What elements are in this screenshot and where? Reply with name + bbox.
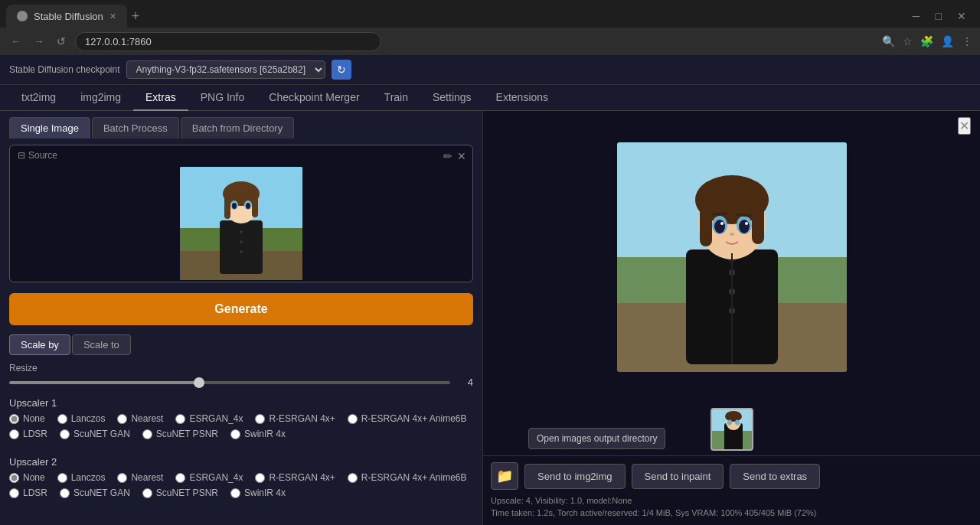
nav-tab-txt2img[interactable]: txt2img	[9, 85, 68, 111]
profile-icon[interactable]: 👤	[941, 35, 954, 47]
right-panel: ✕	[482, 111, 980, 525]
nav-tab-checkpoint-merger[interactable]: Checkpoint Merger	[256, 85, 371, 111]
upscaler1-resrgan4x[interactable]: R-ESRGAN 4x+	[255, 413, 335, 424]
tab-bar: Stable Diffusion ✕ + ─ □ ✕	[0, 0, 980, 28]
svg-rect-3	[220, 220, 263, 274]
thumbnail-1[interactable]	[710, 408, 753, 451]
new-tab-button[interactable]: +	[132, 8, 140, 24]
svg-rect-6	[224, 196, 230, 219]
main-nav: txt2img img2img Extras PNG Info Checkpoi…	[0, 85, 980, 111]
checkpoint-refresh-button[interactable]: ↻	[332, 60, 351, 80]
upscaler1-swinir4x[interactable]: SwinIR 4x	[230, 429, 286, 439]
address-bar: ← → ↺ 🔍 ☆ 🧩 👤 ⋮	[0, 28, 980, 55]
slider-row: 4	[9, 377, 473, 388]
upscaler2-esrgan4x[interactable]: ESRGAN_4x	[175, 472, 243, 483]
minimize-button[interactable]: ─	[913, 10, 920, 22]
upscaler2-section: Upscaler 2 None Lanczos Nearest ESRGAN_4…	[0, 450, 482, 509]
svg-point-14	[240, 250, 243, 253]
resize-slider-section: Resize 4	[0, 360, 482, 391]
scale-to-tab[interactable]: Scale to	[72, 334, 131, 355]
zoom-icon[interactable]: 🔍	[882, 35, 895, 47]
thumbnail-strip	[483, 403, 980, 455]
forward-button[interactable]: →	[31, 35, 47, 47]
sub-tab-single-image[interactable]: Single Image	[9, 117, 90, 139]
upscaler1-scunet-psnr[interactable]: ScuNET PSNR	[142, 429, 218, 439]
app: Stable Diffusion checkpoint Anything-V3-…	[0, 55, 980, 525]
upscaler1-resrgan4x-anime[interactable]: R-ESRGAN 4x+ Anime6B	[348, 413, 467, 424]
nav-tab-extensions[interactable]: Extensions	[484, 85, 560, 111]
send-to-inpaint-button[interactable]: Send to inpaint	[632, 464, 724, 489]
nav-tab-extras[interactable]: Extras	[133, 85, 188, 111]
upscaler2-options-row2: LDSR ScuNET GAN ScuNET PSNR SwinIR 4x	[9, 488, 473, 498]
upscaler1-ldsr[interactable]: LDSR	[9, 429, 47, 439]
nav-tab-pnginfo[interactable]: PNG Info	[188, 85, 257, 111]
nav-tab-img2img[interactable]: img2img	[68, 85, 133, 111]
upscaler1-lanczos[interactable]: Lanczos	[57, 413, 106, 424]
browser-tab[interactable]: Stable Diffusion ✕	[6, 5, 127, 28]
upscaler2-resrgan4x-anime[interactable]: R-ESRGAN 4x+ Anime6B	[348, 472, 467, 483]
upscaler1-options-row2: LDSR ScuNET GAN ScuNET PSNR SwinIR 4x	[9, 429, 473, 439]
content-area: Single Image Batch Process Batch from Di…	[0, 111, 980, 525]
back-button[interactable]: ←	[8, 35, 24, 47]
folder-icon: 📁	[496, 468, 513, 484]
upscaler2-ldsr[interactable]: LDSR	[9, 488, 47, 498]
checkpoint-select[interactable]: Anything-V3-fp32.safetensors [625a2b82]	[126, 60, 325, 79]
source-icon: ⊟	[18, 150, 25, 161]
upscaler2-scunet-psnr[interactable]: ScuNET PSNR	[142, 488, 218, 498]
upscaler2-swinir4x[interactable]: SwinIR 4x	[230, 488, 286, 498]
resize-label: Resize	[9, 363, 473, 373]
bookmark-icon[interactable]: ☆	[903, 35, 913, 47]
status-line1: Upscale: 4, Visibility: 1.0, model:None	[491, 494, 972, 507]
open-output-folder-button[interactable]: 📁 Open images output directory	[491, 462, 518, 490]
tab-close-button[interactable]: ✕	[109, 11, 116, 21]
address-input[interactable]	[75, 32, 381, 51]
send-to-extras-button[interactable]: Send to extras	[730, 464, 820, 489]
upscaler1-none[interactable]: None	[9, 413, 45, 424]
svg-point-34	[730, 233, 734, 236]
upscaler2-nearest[interactable]: Nearest	[117, 472, 163, 483]
restore-button[interactable]: □	[936, 10, 942, 22]
clear-image-button[interactable]: ✕	[457, 150, 466, 162]
send-to-img2img-button[interactable]: Send to img2img	[524, 464, 626, 489]
upload-area[interactable]: ⊟ Source ✏ ✕	[9, 145, 473, 282]
tab-favicon	[17, 11, 28, 21]
sub-tabs: Single Image Batch Process Batch from Di…	[0, 111, 482, 139]
nav-tab-train[interactable]: Train	[372, 85, 420, 111]
sub-tab-batch-process[interactable]: Batch Process	[92, 117, 179, 139]
menu-icon[interactable]: ⋮	[962, 35, 972, 47]
output-image	[617, 142, 847, 372]
scale-tabs: Scale by Scale to	[0, 330, 482, 360]
close-window-button[interactable]: ✕	[957, 10, 966, 22]
left-panel: Single Image Batch Process Batch from Di…	[0, 111, 482, 525]
upscaler2-resrgan4x[interactable]: R-ESRGAN 4x+	[255, 472, 335, 483]
upload-label: ⊟ Source	[18, 150, 57, 161]
bottom-action-bar: 📁 Open images output directory Send to i…	[483, 455, 980, 525]
resize-value: 4	[458, 377, 473, 388]
resize-slider[interactable]	[9, 381, 450, 384]
upscaler2-lanczos[interactable]: Lanczos	[57, 472, 106, 483]
upscaler1-nearest[interactable]: Nearest	[117, 413, 163, 424]
reload-button[interactable]: ↺	[54, 35, 69, 47]
checkpoint-bar: Stable Diffusion checkpoint Anything-V3-…	[0, 55, 980, 85]
svg-point-45	[735, 420, 740, 426]
checkpoint-label: Stable Diffusion checkpoint	[9, 64, 120, 75]
upscaler1-options: None Lanczos Nearest ESRGAN_4x R-ESRGAN …	[9, 413, 473, 424]
generate-button[interactable]: Generate	[9, 293, 473, 325]
svg-rect-25	[700, 196, 764, 211]
right-panel-close-button[interactable]: ✕	[958, 117, 971, 135]
edit-image-button[interactable]: ✏	[443, 150, 452, 162]
upscaler2-options: None Lanczos Nearest ESRGAN_4x R-ESRGAN …	[9, 472, 473, 483]
upscaler2-scunet-gan[interactable]: ScuNET GAN	[60, 488, 130, 498]
upscaler2-none[interactable]: None	[9, 472, 45, 483]
scale-by-tab[interactable]: Scale by	[9, 334, 70, 355]
upscaler1-esrgan4x[interactable]: ESRGAN_4x	[175, 413, 243, 424]
nav-tab-settings[interactable]: Settings	[420, 85, 484, 111]
extensions-icon[interactable]: 🧩	[920, 35, 933, 47]
upscaler1-scunet-gan[interactable]: ScuNET GAN	[60, 429, 130, 439]
browser-chrome: Stable Diffusion ✕ + ─ □ ✕ ← → ↺ 🔍 ☆ 🧩 👤…	[0, 0, 980, 55]
upscaler2-label: Upscaler 2	[9, 456, 473, 468]
sub-tab-batch-directory[interactable]: Batch from Directory	[181, 117, 294, 139]
svg-rect-7	[252, 196, 258, 217]
browser-actions: 🔍 ☆ 🧩 👤 ⋮	[882, 35, 972, 47]
upload-actions: ✏ ✕	[443, 150, 466, 162]
